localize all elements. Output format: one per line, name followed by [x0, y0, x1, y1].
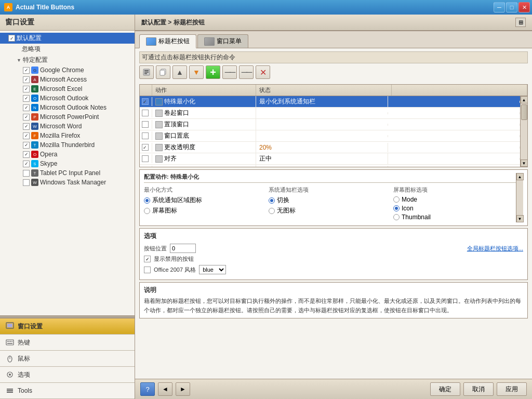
checkbox-access[interactable] [23, 76, 30, 83]
td-action: 更改透明度 [152, 142, 256, 153]
tab-title-buttons[interactable]: 标题栏按钮 [139, 34, 196, 48]
minimize-button[interactable]: ─ [494, 2, 505, 12]
forward-button[interactable]: ► [176, 382, 190, 396]
tree-item-skype[interactable]: S Skype [0, 159, 135, 168]
tree-item-ms-ppt[interactable]: P Microsoft PowerPoint [0, 112, 135, 122]
radio-systray[interactable]: 系统通知区域图标 [144, 196, 267, 205]
radio-screen-icon-circle[interactable] [144, 208, 150, 214]
radio-screen-icon[interactable]: 屏幕图标 [144, 206, 267, 215]
checkbox-default-config[interactable] [8, 35, 15, 42]
office-color-select[interactable]: blue silver black [199, 265, 226, 274]
tree-item-tablet[interactable]: T Tablet PC Input Panel [0, 168, 135, 178]
radio-no-icon[interactable]: 无图标 [269, 206, 391, 215]
config-scroll-down[interactable]: ▼ [516, 215, 524, 222]
help-button[interactable]: ? [140, 382, 155, 396]
close-button[interactable]: ✕ [518, 2, 530, 12]
nav-item-mouse[interactable]: 鼠标 [0, 351, 135, 367]
checkbox-outlook-notes[interactable] [23, 104, 30, 111]
tree-item-ignore[interactable]: 忽略项 [0, 44, 135, 55]
row-checkbox[interactable] [142, 155, 149, 162]
table-row[interactable]: 更改透明度 20% [140, 142, 520, 153]
ok-button[interactable]: 确定 [430, 382, 460, 396]
tab-icon-title-buttons [146, 37, 156, 46]
tree-item-opera[interactable]: O Opera [0, 150, 135, 159]
radio-icon[interactable]: Icon [393, 205, 516, 212]
config-scrollbar[interactable]: ▲ ▼ [516, 173, 523, 222]
scroll-thumb[interactable] [521, 104, 527, 120]
checkbox-skype[interactable] [23, 161, 30, 167]
row-checkbox[interactable] [142, 144, 149, 151]
scroll-down-arrow[interactable]: ▼ [521, 159, 528, 167]
edit-button[interactable] [139, 65, 154, 79]
tab-icon-window-menu [204, 37, 215, 46]
show-disabled-checkbox[interactable]: ✓ [144, 256, 151, 262]
nav-item-window-settings[interactable]: 窗口设置 [0, 318, 135, 335]
tree-item-ms-word[interactable]: W Microsoft Word [0, 122, 135, 131]
checkbox-opera[interactable] [23, 151, 30, 158]
table-scrollbar[interactable]: ▲ ▼ [520, 96, 527, 167]
radio-mode[interactable]: Mode [393, 196, 516, 203]
radio-thumbnail[interactable]: Thumbnail [393, 214, 516, 221]
tree-item-default-config[interactable]: 默认配置 [0, 33, 135, 44]
nav-item-tools[interactable]: Tools [0, 383, 135, 399]
separator2-button[interactable]: ── [239, 65, 254, 79]
config-scroll-up[interactable]: ▲ [516, 173, 524, 180]
separator-button[interactable]: ── [222, 65, 237, 79]
radio-icon-circle[interactable] [393, 205, 400, 211]
scroll-up-arrow[interactable]: ▲ [521, 96, 528, 103]
checkbox-ppt[interactable] [23, 114, 30, 121]
tree-item-ms-excel[interactable]: E Microsoft Excel [0, 84, 135, 94]
table-row[interactable]: 置顶窗口 [140, 119, 520, 130]
tree-item-ms-outlook-notes[interactable]: N Microsoft Outlook Notes [0, 103, 135, 112]
table-row[interactable]: 窗口置底 [140, 130, 520, 142]
back-button[interactable]: ◄ [158, 382, 172, 396]
move-down-button[interactable]: ▼ [189, 65, 204, 79]
checkbox-excel[interactable] [23, 86, 30, 92]
tree-item-ms-access[interactable]: A Microsoft Access [0, 75, 135, 84]
row-checkbox[interactable] [142, 98, 149, 105]
td-status [256, 112, 388, 114]
tree-area[interactable]: 默认配置 忽略项 ▼ 特定配置 G Google Chrome [0, 31, 135, 315]
row-checkbox[interactable] [142, 110, 149, 116]
checkbox-chrome[interactable] [23, 67, 30, 74]
tree-item-ms-outlook[interactable]: O Microsoft Outlook [0, 94, 135, 103]
radio-mode-circle[interactable] [393, 196, 400, 203]
checkbox-tablet[interactable] [23, 170, 30, 177]
table-row[interactable]: 对齐 正中 [140, 153, 520, 165]
table-row[interactable]: 特殊最小化 最小化到系统通知栏 [140, 96, 520, 108]
radio-systray-circle[interactable] [144, 197, 150, 204]
row-checkbox[interactable] [142, 132, 149, 139]
checkbox-firefox[interactable] [23, 132, 30, 139]
move-up-button[interactable]: ▲ [172, 65, 187, 79]
copy-button[interactable] [156, 65, 170, 79]
checkbox-thunderbird[interactable] [23, 142, 30, 149]
office-style-checkbox[interactable] [144, 267, 151, 273]
checkbox-outlook[interactable] [23, 95, 30, 102]
row-checkbox[interactable] [142, 121, 149, 128]
table-body[interactable]: 特殊最小化 最小化到系统通知栏 卷起窗口 [140, 96, 520, 167]
tree-item-special-config[interactable]: ▼ 特定配置 [0, 55, 135, 65]
checkbox-word[interactable] [23, 123, 30, 130]
tree-item-thunderbird[interactable]: T Mozilla Thunderbird [0, 140, 135, 150]
apply-button[interactable]: 应用 [497, 382, 527, 396]
tree-item-firefox[interactable]: F Mozilla Firefox [0, 131, 135, 140]
table-row[interactable]: 更改尺寸 100%m x 100%m [140, 165, 520, 167]
radio-thumbnail-circle[interactable] [393, 214, 400, 220]
radio-no-icon-circle[interactable] [269, 208, 275, 214]
maximize-button[interactable]: □ [506, 2, 517, 12]
checkbox-taskmgr[interactable] [23, 179, 30, 186]
radio-toggle-circle[interactable] [269, 197, 275, 204]
add-button[interactable]: + [206, 65, 220, 79]
svg-rect-5 [11, 341, 12, 342]
nav-item-hotkeys[interactable]: 热键 [0, 335, 135, 351]
radio-toggle[interactable]: 切换 [269, 196, 391, 205]
nav-item-options[interactable]: 选项 [0, 367, 135, 383]
cancel-button[interactable]: 取消 [463, 382, 494, 396]
global-link[interactable]: 全局标题栏按钮选项... [467, 245, 523, 252]
tab-window-menu[interactable]: 窗口菜单 [197, 34, 248, 48]
button-position-input[interactable] [170, 244, 196, 253]
table-row[interactable]: 卷起窗口 [140, 108, 520, 119]
delete-button[interactable]: ✕ [256, 65, 270, 79]
tree-item-taskmgr[interactable]: W Windows Task Manager [0, 178, 135, 187]
tree-item-google-chrome[interactable]: G Google Chrome [0, 65, 135, 75]
